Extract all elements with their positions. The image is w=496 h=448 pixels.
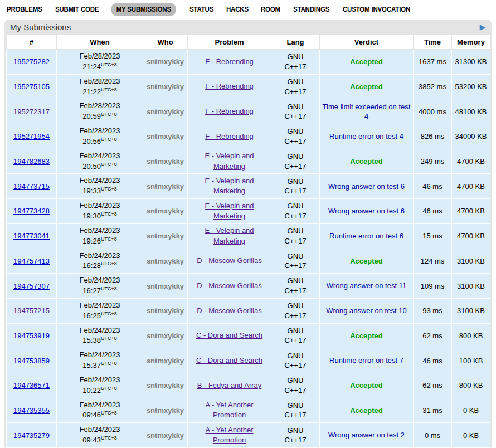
submission-id-link[interactable]: 194736571 bbox=[13, 381, 50, 389]
user-link[interactable]: sntmxykky bbox=[147, 406, 184, 415]
problem-link[interactable]: A - Yet Another Promotion bbox=[205, 426, 253, 444]
time-consumed-cell: 826 ms bbox=[414, 124, 452, 149]
problem-link[interactable]: A - Yet Another Promotion bbox=[205, 401, 253, 419]
submission-id-cell: 194753859 bbox=[7, 348, 57, 373]
problem-cell: C - Dora and Search bbox=[188, 348, 271, 373]
timezone-label: UTC+8 bbox=[101, 386, 117, 391]
user-link[interactable]: sntmxykky bbox=[147, 82, 184, 91]
verdict-cell: Runtime error on test 6 bbox=[320, 223, 414, 249]
timezone-label: UTC+8 bbox=[101, 137, 117, 142]
submission-id-link[interactable]: 194757215 bbox=[13, 306, 50, 315]
user-link[interactable]: sntmxykky bbox=[147, 132, 184, 140]
submission-id-link[interactable]: 194753919 bbox=[13, 332, 50, 340]
submission-id-link[interactable]: 194735355 bbox=[13, 406, 50, 415]
when-cell: Feb/24/202315:38UTC+8 bbox=[57, 323, 143, 348]
column-header-when: When bbox=[57, 35, 143, 50]
problem-link[interactable]: F - Rebrending bbox=[205, 107, 254, 115]
verdict-rejected-label: Runtime error on test 6 bbox=[329, 232, 403, 240]
section-title: My Submissions bbox=[10, 22, 71, 32]
problem-link[interactable]: E - Velepin and Marketing bbox=[205, 226, 254, 245]
submission-date: Feb/24/2023 bbox=[59, 325, 140, 336]
verdict-cell: Accepted bbox=[320, 323, 414, 348]
who-cell: sntmxykky bbox=[143, 274, 188, 299]
table-row: 194757413Feb/24/202316:28UTC+8sntmxykkyD… bbox=[7, 249, 490, 274]
language-label: GNU C++17 bbox=[281, 301, 310, 320]
user-link[interactable]: sntmxykky bbox=[147, 207, 184, 215]
submission-id-link[interactable]: 194757307 bbox=[13, 282, 50, 290]
problem-link[interactable]: B - Fedya and Array bbox=[197, 381, 262, 389]
problem-link[interactable]: E - Velepin and Marketing bbox=[205, 177, 254, 195]
user-link[interactable]: sntmxykky bbox=[147, 57, 184, 66]
user-link[interactable]: sntmxykky bbox=[147, 182, 184, 191]
submission-id-cell: 195271954 bbox=[7, 124, 57, 149]
problem-link[interactable]: C - Dora and Search bbox=[196, 356, 262, 364]
user-link[interactable]: sntmxykky bbox=[147, 108, 184, 116]
verdict-accepted-label: Accepted bbox=[350, 381, 383, 389]
problem-link[interactable]: D - Moscow Gorillas bbox=[197, 256, 261, 265]
nav-item-status[interactable]: STATUS bbox=[188, 3, 215, 16]
user-link[interactable]: sntmxykky bbox=[147, 232, 184, 240]
verdict-rejected-label: Wrong answer on test 6 bbox=[328, 182, 405, 191]
submission-id-link[interactable]: 194782683 bbox=[13, 157, 50, 165]
submission-time: 19:30UTC+8 bbox=[59, 211, 140, 222]
problem-link[interactable]: E - Velepin and Marketing bbox=[205, 152, 254, 170]
nav-item-my-submissions[interactable]: MY SUBMISSIONS bbox=[111, 3, 176, 16]
nav-item-custom-invocation[interactable]: CUSTOM INVOCATION bbox=[342, 3, 411, 16]
time-consumed-cell: 1637 ms bbox=[414, 50, 452, 75]
lang-cell: GNU C++17 bbox=[271, 274, 320, 299]
column-header-problem: Problem bbox=[188, 35, 271, 50]
submission-id-link[interactable]: 195275282 bbox=[13, 57, 50, 66]
memory-consumed-cell: 53200 KB bbox=[452, 74, 490, 99]
submission-id-link[interactable]: 195275105 bbox=[13, 82, 50, 91]
column-header-memory: Memory bbox=[452, 35, 490, 50]
lang-cell: GNU C++17 bbox=[271, 323, 320, 348]
submission-id-link[interactable]: 195272317 bbox=[13, 108, 50, 116]
when-cell: Feb/24/202320:50UTC+8 bbox=[57, 149, 143, 174]
lang-cell: GNU C++17 bbox=[271, 348, 320, 373]
user-link[interactable]: sntmxykky bbox=[147, 332, 184, 340]
language-label: GNU C++17 bbox=[281, 152, 310, 171]
submission-id-link[interactable]: 194735279 bbox=[13, 431, 50, 440]
nav-item-room[interactable]: ROOM bbox=[260, 3, 281, 16]
problem-link[interactable]: D - Moscow Gorillas bbox=[197, 281, 261, 290]
lang-cell: GNU C++17 bbox=[271, 124, 320, 149]
user-link[interactable]: sntmxykky bbox=[147, 306, 184, 315]
user-link[interactable]: sntmxykky bbox=[147, 257, 184, 265]
user-link[interactable]: sntmxykky bbox=[147, 157, 184, 165]
nav-item-problems[interactable]: PROBLEMS bbox=[6, 3, 43, 16]
submission-id-cell: 194773715 bbox=[7, 174, 57, 199]
submission-id-link[interactable]: 194773428 bbox=[13, 207, 50, 215]
problem-cell: E - Velepin and Marketing bbox=[188, 174, 271, 199]
submission-id-cell: 194735279 bbox=[7, 423, 57, 448]
submission-time: 15:38UTC+8 bbox=[59, 335, 140, 346]
user-link[interactable]: sntmxykky bbox=[147, 282, 184, 290]
nav-item-standings[interactable]: STANDINGS bbox=[292, 3, 330, 16]
submission-time: 09:46UTC+8 bbox=[59, 410, 140, 421]
memory-consumed-cell: 4700 KB bbox=[452, 223, 490, 249]
submission-id-cell: 194773041 bbox=[7, 223, 57, 249]
who-cell: sntmxykky bbox=[143, 323, 188, 348]
problem-link[interactable]: F - Rebrending bbox=[205, 57, 254, 66]
submission-id-link[interactable]: 194773041 bbox=[13, 232, 50, 240]
user-link[interactable]: sntmxykky bbox=[147, 431, 184, 440]
submission-id-link[interactable]: 195271954 bbox=[13, 132, 50, 140]
problem-link[interactable]: C - Dora and Search bbox=[196, 331, 262, 339]
user-link[interactable]: sntmxykky bbox=[147, 357, 184, 365]
expand-arrow-icon[interactable]: ▶ bbox=[480, 23, 485, 31]
submission-id-link[interactable]: 194757413 bbox=[13, 257, 50, 265]
problem-link[interactable]: E - Velepin and Marketing bbox=[205, 202, 254, 220]
submission-time: 21:24UTC+8 bbox=[59, 62, 140, 72]
problem-link[interactable]: F - Rebrending bbox=[205, 82, 254, 90]
timezone-label: UTC+8 bbox=[101, 361, 117, 366]
nav-item-submit-code[interactable]: SUBMIT CODE bbox=[54, 3, 100, 16]
verdict-accepted-label: Accepted bbox=[350, 406, 383, 415]
table-row: 194735355Feb/24/202309:46UTC+8sntmxykkyA… bbox=[7, 398, 490, 423]
submission-id-link[interactable]: 194773715 bbox=[13, 182, 50, 191]
problem-link[interactable]: F - Rebrending bbox=[205, 132, 254, 140]
nav-item-hacks[interactable]: HACKS bbox=[225, 3, 250, 16]
lang-cell: GNU C++17 bbox=[271, 398, 320, 423]
user-link[interactable]: sntmxykky bbox=[147, 381, 184, 389]
submission-time: 19:26UTC+8 bbox=[59, 236, 140, 247]
submission-id-link[interactable]: 194753859 bbox=[13, 357, 50, 365]
problem-link[interactable]: D - Moscow Gorillas bbox=[197, 306, 261, 315]
